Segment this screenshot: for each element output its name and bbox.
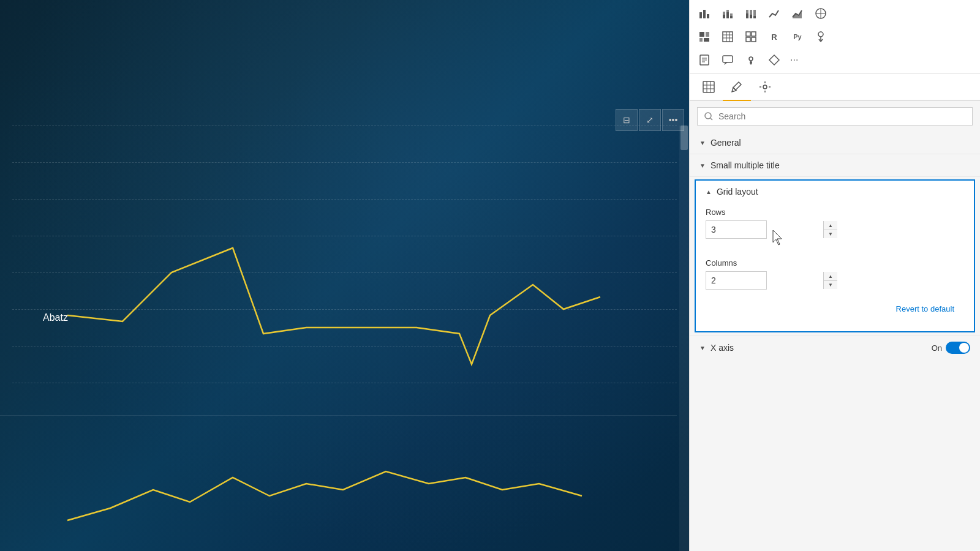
svg-rect-29 xyxy=(752,32,756,36)
columns-spinner: ▲ ▼ xyxy=(823,272,837,289)
small-multiple-title-section-header[interactable]: ▼ Small multiple title xyxy=(690,154,980,177)
svg-rect-28 xyxy=(746,32,750,36)
rows-up-button[interactable]: ▲ xyxy=(824,221,837,230)
columns-up-button[interactable]: ▲ xyxy=(824,272,837,280)
analytics-icon xyxy=(758,80,772,94)
chart-scrollbar[interactable] xyxy=(679,126,689,551)
rows-input[interactable] xyxy=(706,221,823,238)
treemap-icon[interactable] xyxy=(693,26,715,48)
chat-icon[interactable] xyxy=(717,49,739,71)
x-axis-toggle[interactable] xyxy=(946,342,970,354)
grid-layout-chevron-icon: ▲ xyxy=(706,189,712,195)
svg-rect-20 xyxy=(706,32,709,37)
small-multiple-chevron-icon: ▼ xyxy=(699,162,706,169)
chart-svg-bottom xyxy=(0,422,643,551)
columns-input-wrap: ▲ ▼ xyxy=(706,271,767,290)
columns-label: Columns xyxy=(706,258,964,268)
revert-to-default-button[interactable]: Revert to default xyxy=(896,304,954,313)
table-icon[interactable] xyxy=(717,26,739,48)
svg-point-49 xyxy=(763,85,767,89)
viz-icon-row-2: R Py xyxy=(693,26,976,48)
format-tabs xyxy=(690,74,980,101)
small-multiple-title-section-title: Small multiple title xyxy=(710,160,780,170)
columns-input[interactable] xyxy=(706,272,823,289)
svg-point-54 xyxy=(705,113,711,119)
analytics-tab[interactable] xyxy=(751,74,779,100)
general-section-title: General xyxy=(710,138,741,148)
svg-rect-44 xyxy=(703,81,714,92)
revert-btn-area: Revert to default xyxy=(706,298,964,321)
matrix-icon[interactable] xyxy=(740,26,762,48)
x-axis-toggle-thumb xyxy=(959,343,969,353)
chart-area: ⊟ ⤢ ••• Abatz xyxy=(0,0,689,551)
stacked-bar-icon[interactable] xyxy=(717,2,739,24)
viz-icon-bar: R Py ··· xyxy=(690,0,980,74)
pin-map-icon[interactable] xyxy=(740,49,762,71)
svg-rect-10 xyxy=(746,10,748,13)
fields-tab[interactable] xyxy=(695,74,723,100)
more-visuals-dots[interactable]: ··· xyxy=(786,52,802,68)
svg-rect-7 xyxy=(730,16,733,18)
general-chevron-icon: ▼ xyxy=(699,140,706,146)
rows-field-row: Rows ▲ ▼ xyxy=(706,208,964,250)
svg-rect-6 xyxy=(726,10,729,12)
bar-chart-icon[interactable] xyxy=(693,2,715,24)
svg-rect-31 xyxy=(752,37,756,42)
svg-marker-56 xyxy=(773,230,782,245)
svg-rect-22 xyxy=(704,38,709,42)
chart-toolbar: ⊟ ⤢ ••• xyxy=(616,109,684,131)
python-icon[interactable]: Py xyxy=(786,26,809,48)
x-axis-chevron-icon: ▼ xyxy=(699,345,706,351)
rows-down-button[interactable]: ▼ xyxy=(824,230,837,238)
svg-rect-0 xyxy=(699,12,702,18)
more-button[interactable]: ••• xyxy=(662,109,684,131)
viz-icon-row-1 xyxy=(693,2,976,24)
rows-spinner: ▲ ▼ xyxy=(823,221,837,238)
svg-rect-14 xyxy=(753,10,756,16)
rows-input-wrap: ▲ ▼ xyxy=(706,220,767,239)
key-influencers-icon[interactable] xyxy=(810,26,832,48)
svg-rect-8 xyxy=(730,13,733,16)
svg-rect-30 xyxy=(746,37,750,42)
x-axis-toggle-label: On xyxy=(932,343,942,353)
line-chart-icon[interactable] xyxy=(763,2,785,24)
svg-rect-12 xyxy=(750,10,752,15)
search-input[interactable] xyxy=(718,111,966,121)
expand-button[interactable]: ⤢ xyxy=(639,109,661,131)
search-icon xyxy=(704,111,714,121)
filter-button[interactable]: ⊟ xyxy=(616,109,638,131)
chart-svg-top xyxy=(0,126,643,407)
grid-layout-section: ▲ Grid layout Rows ▲ ▼ xyxy=(695,179,975,332)
chart-top-label: Abatz xyxy=(43,312,68,323)
svg-rect-1 xyxy=(703,10,706,18)
svg-point-32 xyxy=(818,32,823,37)
svg-rect-40 xyxy=(723,56,733,62)
general-section-header[interactable]: ▼ General xyxy=(690,132,980,154)
grid-layout-body: Rows ▲ ▼ Columns xyxy=(696,203,974,331)
map-filled-icon[interactable] xyxy=(810,2,832,24)
search-box[interactable] xyxy=(697,107,973,126)
svg-rect-3 xyxy=(723,15,725,18)
chart-divider xyxy=(0,415,677,416)
columns-down-button[interactable]: ▼ xyxy=(824,280,837,289)
svg-rect-4 xyxy=(723,12,725,15)
powerpoint-icon[interactable] xyxy=(693,49,715,71)
svg-rect-2 xyxy=(707,14,709,18)
format-paintbrush-icon xyxy=(730,80,744,94)
100pct-bar-icon[interactable] xyxy=(740,2,762,24)
svg-point-42 xyxy=(749,57,753,61)
area-chart-icon[interactable] xyxy=(786,2,809,24)
svg-line-55 xyxy=(710,118,712,120)
rows-label: Rows xyxy=(706,208,964,217)
columns-field-row: Columns ▲ ▼ xyxy=(706,258,964,290)
x-axis-section[interactable]: ▼ X axis On xyxy=(690,335,980,360)
format-tab[interactable] xyxy=(723,74,751,100)
right-panel: R Py ··· xyxy=(689,0,980,551)
svg-rect-23 xyxy=(723,32,733,42)
svg-marker-43 xyxy=(769,55,779,65)
r-script-icon[interactable]: R xyxy=(763,26,785,48)
svg-rect-19 xyxy=(699,32,704,37)
grid-layout-header[interactable]: ▲ Grid layout xyxy=(696,181,974,203)
svg-rect-21 xyxy=(699,38,703,42)
diamond-icon[interactable] xyxy=(763,49,785,71)
